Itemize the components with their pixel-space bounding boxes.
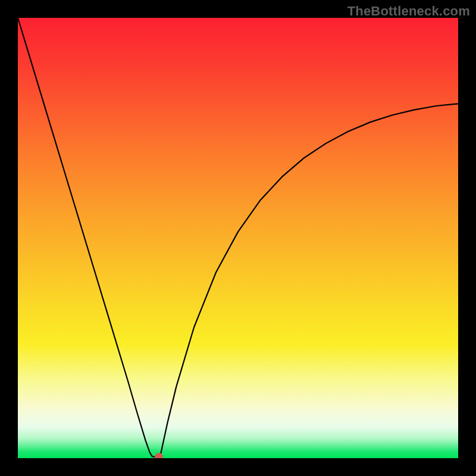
bottleneck-curve — [18, 18, 458, 458]
optimum-marker — [155, 453, 163, 458]
chart-frame: TheBottleneck.com — [0, 0, 476, 476]
plot-area — [18, 18, 458, 458]
watermark-text: TheBottleneck.com — [347, 4, 470, 19]
